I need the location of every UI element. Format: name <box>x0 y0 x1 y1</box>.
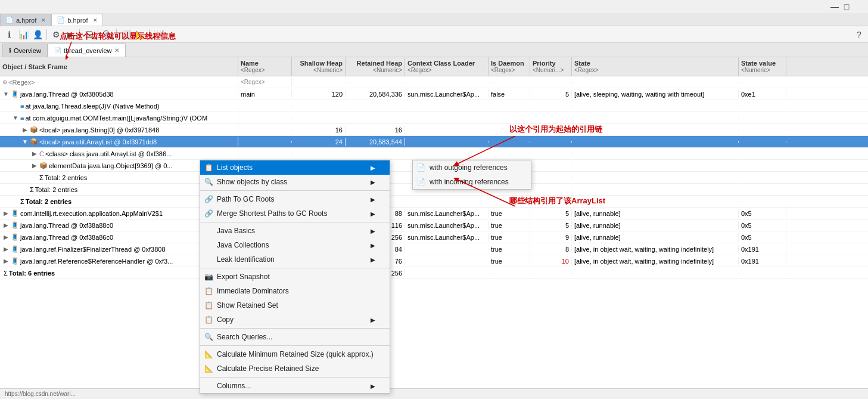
menu-item-copy[interactable]: 📋 Copy ▶ <box>200 313 390 327</box>
expand-icon[interactable]: ▼ <box>21 138 29 145</box>
search-button[interactable]: 🔍 <box>101 28 114 41</box>
help-button[interactable]: ? <box>853 28 866 41</box>
expand-icon[interactable]: ▶ <box>2 246 10 252</box>
layout-button[interactable]: 📐 <box>133 28 147 41</box>
leak-icon <box>204 255 213 264</box>
expand-icon[interactable]: ▶ <box>31 162 38 169</box>
context-menu[interactable]: 📋 List objects ▶ 🔍 Show objects by class… <box>200 160 390 394</box>
menu-item-label: Java Collections <box>217 241 269 249</box>
minimize-button[interactable]: — <box>830 2 839 11</box>
table-row[interactable]: ▶ 🧵 java.lang.Thread @ 0xf38a86c0 256 su… <box>0 231 868 243</box>
table-body[interactable]: ⊕ <Regex> ▼ 🧵 java.lang <box>0 76 868 399</box>
close-button[interactable] <box>854 2 863 11</box>
col-header-shallow: Shallow Heap <Numeric> <box>292 57 346 76</box>
table-row[interactable]: Σ Total: 2 entries <box>0 196 868 208</box>
cell-state: [alive, runnable] <box>572 209 739 218</box>
cell-priority <box>530 141 572 143</box>
menu-item-calc-precise[interactable]: 📐 Calculate Precise Retained Size <box>200 361 390 376</box>
expand-icon[interactable]: ▼ <box>2 91 10 97</box>
table-row[interactable]: ▶ C <class> class java.util.ArrayList @ … <box>0 148 868 160</box>
gc-icon: 🔗 <box>204 194 213 204</box>
expand-icon[interactable]: ▶ <box>31 150 38 157</box>
cell-state-filter[interactable] <box>572 82 739 83</box>
expand-icon[interactable]: ▶ <box>2 210 10 216</box>
thread-tab-close[interactable]: ✕ <box>114 47 119 54</box>
menu-item-calc-min[interactable]: 📐 Calculate Minimum Retained Size (quick… <box>200 347 390 361</box>
cell-daemon-filter[interactable] <box>489 82 530 83</box>
expand-icon[interactable]: ▶ <box>2 222 10 228</box>
tab-a-hprof[interactable]: 📄 a.hprof ✕ <box>0 14 51 26</box>
tab-close[interactable]: ✕ <box>93 17 98 23</box>
cell-state <box>572 273 739 274</box>
cell-shallow-filter[interactable] <box>292 82 346 83</box>
table-area: Object / Stack Frame Name <Regex> Shallo… <box>0 57 868 399</box>
menu-item-columns[interactable]: Columns... ▶ <box>200 379 390 393</box>
tab-thread-overview[interactable]: 📄 thread_overview ✕ <box>48 44 126 57</box>
cell-context <box>405 117 489 119</box>
user-button[interactable]: 👤 <box>31 28 44 41</box>
menu-item-merge[interactable]: 🔗 Merge Shortest Paths to GC Roots ▶ <box>200 206 390 221</box>
menu-item-retained[interactable]: 📋 Show Retained Set <box>200 298 390 313</box>
maximize-button[interactable]: □ <box>842 2 851 11</box>
submenu-arrow: ▶ <box>371 256 375 263</box>
menu-item-export[interactable]: 📷 Export Snapshot <box>200 270 390 284</box>
expand-icon[interactable]: ▶ <box>2 234 10 240</box>
cell-object-filter[interactable]: ⊕ <box>0 78 238 86</box>
view-tabs: ℹ Overview 📄 thread_overview ✕ <box>0 43 868 57</box>
sep3 <box>98 29 98 40</box>
cell-object: ▼ 📦 <local> java.util.ArrayList @ 0xf397… <box>0 137 238 146</box>
menu-item-gc-roots[interactable]: 🔗 Path To GC Roots ▶ <box>200 192 390 206</box>
table-row[interactable]: ▶ 🧵 java.lang.Thread @ 0xf38a88c0 116 su… <box>0 219 868 231</box>
table-row[interactable]: ▼ ≡ at com.atguigu.mat.OOMTest.main([Lja… <box>0 112 868 124</box>
cell-name <box>238 153 292 154</box>
cell-statevalue <box>739 165 786 166</box>
menu-item-dominators[interactable]: 📋 Immediate Dominators <box>200 284 390 298</box>
cell-name-filter[interactable]: <Regex> <box>238 78 292 86</box>
gear-button[interactable]: ⚙ <box>49 28 63 41</box>
table-row[interactable]: ▶ 📦 <local> java.lang.String[0] @ 0xf397… <box>0 124 868 136</box>
expand-icon[interactable]: ▼ <box>12 115 19 121</box>
tab-close[interactable]: ✕ <box>41 17 46 23</box>
square-button[interactable]: ⬜ <box>119 28 132 41</box>
cell-priority-filter[interactable] <box>530 82 572 83</box>
submenu-outgoing[interactable]: 📄 with outgoing references <box>413 160 531 175</box>
submenu-list-objects[interactable]: 📄 with outgoing references 📄 with incomi… <box>412 160 531 190</box>
title-bar-buttons[interactable]: — □ <box>830 2 863 11</box>
expand-icon[interactable]: ▶ <box>2 258 10 264</box>
cell-priority: 5 <box>530 90 572 98</box>
submenu-incoming[interactable]: 📄 with incoming references <box>413 175 531 189</box>
cell-shallow: 24 <box>292 138 346 146</box>
table-header: Object / Stack Frame Name <Regex> Shallo… <box>0 57 868 76</box>
menu-item-search[interactable]: 🔍 Search Queries... <box>200 330 390 344</box>
tab-b-hprof[interactable]: 📄 b.hprof ✕ <box>51 14 102 26</box>
table-row[interactable]: ▼ 📦 <local> java.util.ArrayList @ 0xf397… <box>0 136 868 148</box>
table-row[interactable]: ▼ 🧵 java.lang.Thread @ 0xf3805d38 main 1… <box>0 88 868 100</box>
stats-button[interactable]: 📈 <box>152 28 165 41</box>
cell-statevalue-filter[interactable] <box>739 82 786 83</box>
menu-item-list-objects[interactable]: 📋 List objects ▶ <box>200 160 390 175</box>
menu-item-java-basics[interactable]: Java Basics ▶ <box>200 224 390 238</box>
table-row[interactable]: ▶ 🧵 java.lang.ref.Finalizer$FinalizerThr… <box>0 243 868 255</box>
menu-item-java-collections[interactable]: Java Collections ▶ <box>200 238 390 252</box>
table-row[interactable]: ⊕ <Regex> <box>0 76 868 88</box>
menu-item-leak-id[interactable]: Leak Identification ▶ <box>200 252 390 267</box>
expand-icon[interactable]: ▶ <box>21 126 29 133</box>
cell-name <box>238 106 292 107</box>
cell-retained-filter[interactable] <box>346 82 405 83</box>
menu-item-label: Show Retained Set <box>217 301 278 310</box>
menu-button[interactable]: ☰ <box>82 28 95 41</box>
tab-overview[interactable]: ℹ Overview <box>2 44 48 57</box>
table-row[interactable]: ▶ 🧵 com.intellij.rt.execution.applicatio… <box>0 208 868 219</box>
menu-item-show-objects[interactable]: 🔍 Show objects by class ▶ <box>200 175 390 189</box>
table-row[interactable]: ▶ 🧵 java.lang.ref.Reference$ReferenceHan… <box>0 255 868 267</box>
cell-daemon: false <box>489 90 530 98</box>
table-row[interactable]: Σ Total: 6 entries 256 <box>0 267 868 279</box>
cell-context-filter[interactable] <box>405 82 489 83</box>
info-button[interactable]: ℹ <box>2 28 15 41</box>
run-button[interactable]: ▶ <box>64 28 77 41</box>
cell-context <box>405 153 489 154</box>
cell-statevalue <box>739 106 786 107</box>
filter-input-object[interactable] <box>8 79 56 86</box>
chart-button[interactable]: 📊 <box>17 28 30 41</box>
table-row[interactable]: ▶ ≡ at java.lang.Thread.sleep(J)V (Nativ… <box>0 100 868 112</box>
